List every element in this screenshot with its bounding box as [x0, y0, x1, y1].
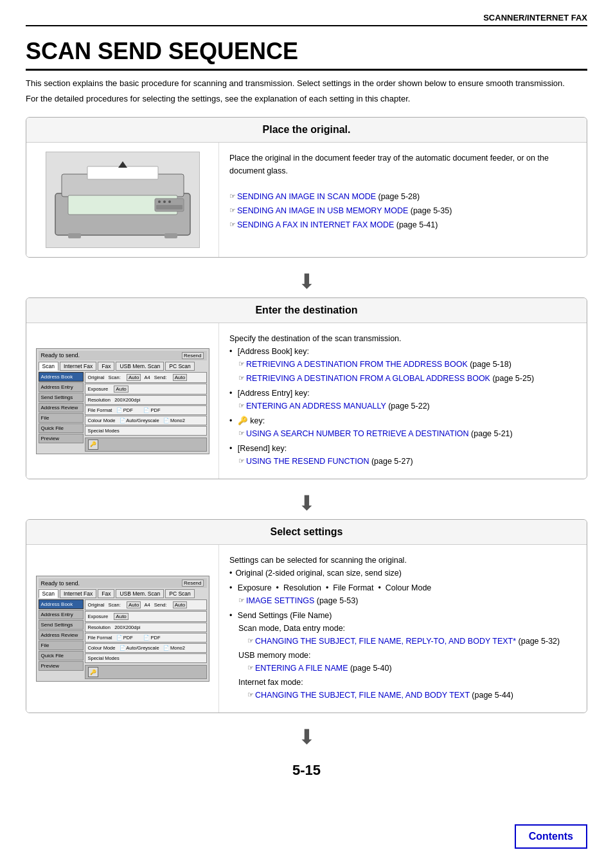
link-changing-subject-body-text[interactable]: CHANGING THE SUBJECT, FILE NAME, AND BOD… [255, 691, 470, 700]
link-retrieving-address[interactable]: RETRIEVING A DESTINATION FROM THE ADDRES… [246, 360, 468, 369]
ui-top-bar: Ready to send. Resend [39, 351, 207, 360]
tab2-pc-scan[interactable]: PC Scan [165, 589, 195, 598]
nav2-address-review[interactable]: Address Review [39, 630, 84, 640]
section-place-original: Place the original. [26, 117, 587, 258]
bullet-resend: [Resend] key: ☞ USING THE RESEND FUNCTIO… [229, 442, 576, 468]
send-settings-sub: Scan mode, Data entry mode: ☞ CHANGING T… [229, 622, 576, 702]
ref-ab2-icon: ☞ [238, 373, 245, 384]
link-global-address[interactable]: RETRIEVING A DESTINATION FROM A GLOBAL A… [246, 374, 490, 383]
preview2-icon-box[interactable]: 🔑 [88, 667, 98, 677]
ui2-top-bar: Ready to send. Resend [39, 578, 207, 588]
tab2-scan[interactable]: Scan [39, 589, 58, 598]
ui-status: Ready to send. [41, 352, 80, 359]
nav2-address-book[interactable]: Address Book [39, 599, 84, 609]
tab2-internet-fax[interactable]: Internet Fax [60, 589, 96, 598]
link-changing-subject-text[interactable]: CHANGING THE SUBJECT, FILE NAME, REPLY-T… [255, 637, 516, 646]
tab-usb-scan[interactable]: USB Mem. Scan [116, 362, 164, 371]
link-address-book-1: ☞ RETRIEVING A DESTINATION FROM THE ADDR… [238, 358, 576, 371]
section3-title: Select settings [26, 520, 587, 545]
bullet-send-settings: Send Settings (File Name) Scan mode, Dat… [229, 609, 576, 702]
link-resend: ☞ USING THE RESEND FUNCTION (page 5-27) [238, 455, 576, 468]
link-fax-mode[interactable]: SENDING A FAX IN INTERNET FAX MODE [237, 220, 394, 229]
link-entering-file-name: ☞ ENTERING A FILE NAME (page 5-40) [247, 662, 576, 675]
link-using-search-number[interactable]: USING A SEARCH NUMBER TO RETRIEVE A DEST… [246, 429, 469, 438]
nav-preview[interactable]: Preview [39, 434, 84, 443]
resend-btn-2[interactable]: Resend [182, 580, 204, 587]
link-entering-address[interactable]: ENTERING AN ADDRESS MANUALLY [246, 402, 386, 411]
setting-resolution: Resolution 200X200dpi [85, 395, 207, 405]
ref-sn-icon: ☞ [238, 428, 245, 439]
bullet-exposure: Exposure • Resolution • File Format • Co… [229, 581, 576, 607]
nav-file[interactable]: File [39, 413, 84, 423]
nav2-send-settings[interactable]: Send Settings [39, 620, 84, 630]
svg-point-7 [168, 200, 171, 203]
nav-quick-file[interactable]: Quick File [39, 423, 84, 433]
ui-panel-settings: Ready to send. Resend Scan Internet Fax … [36, 576, 209, 682]
nav2-quick-file[interactable]: Quick File [39, 651, 84, 660]
contents-button[interactable]: Contents [515, 824, 587, 849]
setting2-original: Original Scan: Auto A4 Send: Auto [85, 599, 207, 610]
link-address-entry: ☞ ENTERING AN ADDRESS MANUALLY (page 5-2… [238, 400, 576, 412]
setting2-exposure: Exposure Auto [85, 611, 207, 622]
link-changing-subject-body: ☞ CHANGING THE SUBJECT, FILE NAME, AND B… [247, 689, 576, 702]
link-image-settings-text[interactable]: IMAGE SETTINGS [246, 596, 314, 605]
ui2-body: Address Book Address Entry Send Settings… [39, 599, 207, 679]
section3-right: Settings can be selected for scanning th… [219, 545, 587, 713]
scanner-illustration [46, 152, 200, 248]
setting2-resolution: Resolution 200X200dpi [85, 623, 207, 632]
link-search-number: ☞ USING A SEARCH NUMBER TO RETRIEVE A DE… [238, 427, 576, 440]
scanner-svg [49, 155, 197, 245]
nav-address-entry[interactable]: Address Entry [39, 382, 84, 392]
usb-label: USB memory mode: [238, 649, 576, 662]
arrow-1: ⬇ [26, 269, 587, 294]
nav2-preview[interactable]: Preview [39, 661, 84, 671]
ui2-status: Ready to send. [41, 580, 80, 587]
section3-content: Ready to send. Resend Scan Internet Fax … [26, 545, 587, 713]
resend-links: ☞ USING THE RESEND FUNCTION (page 5-27) [229, 455, 576, 468]
ui-tabs: Scan Internet Fax Fax USB Mem. Scan PC S… [39, 362, 207, 371]
ref-icon-1: ☞ [229, 191, 236, 202]
usb-links: ☞ ENTERING A FILE NAME (page 5-40) [238, 662, 576, 675]
link-image-settings: ☞ IMAGE SETTINGS (page 5-53) [238, 594, 576, 607]
nav-send-settings[interactable]: Send Settings [39, 393, 84, 402]
setting-colour-mode: Colour Mode 📄 Auto/Greyscale 📄 Mono2 [85, 416, 207, 425]
section1-link3: ☞ SENDING A FAX IN INTERNET FAX MODE (pa… [229, 218, 576, 231]
setting-file-format: File Format 📄 PDF 📄 PDF [85, 405, 207, 415]
link-usb-mode[interactable]: SENDING AN IMAGE IN USB MEMORY MODE [237, 206, 408, 215]
header-title: SCANNER/INTERNET FAX [483, 13, 587, 22]
preview-icon-box[interactable]: 🔑 [88, 439, 98, 450]
ref-cs-icon: ☞ [247, 635, 254, 647]
link3-suffix: (page 5-41) [394, 220, 438, 229]
section1-link2: ☞ SENDING AN IMAGE IN USB MEMORY MODE (p… [229, 204, 576, 217]
section2-title: Enter the destination [26, 298, 587, 323]
link-address-book-2: ☞ RETRIEVING A DESTINATION FROM A GLOBAL… [238, 372, 576, 385]
ref-icon-2: ☞ [229, 205, 236, 217]
resend-btn[interactable]: Resend [182, 352, 204, 359]
link-scan-mode[interactable]: SENDING AN IMAGE IN SCAN MODE [237, 192, 376, 201]
svg-point-5 [158, 200, 161, 203]
setting2-colour-mode: Colour Mode 📄 Auto/Greyscale 📄 Mono2 [85, 643, 207, 653]
nav-address-review[interactable]: Address Review [39, 403, 84, 412]
tab-internet-fax[interactable]: Internet Fax [60, 362, 96, 371]
bullet-address-book: [Address Book] key: ☞ RETRIEVING A DESTI… [229, 345, 576, 385]
link-entering-file-name-text[interactable]: ENTERING A FILE NAME [255, 664, 348, 673]
nav-address-book[interactable]: Address Book [39, 372, 84, 382]
ref-is-icon: ☞ [238, 595, 245, 607]
section2-intro: Specify the destination of the scan tran… [229, 332, 576, 345]
link2-suffix: (page 5-35) [408, 206, 452, 215]
section1-left [26, 143, 219, 257]
tab-scan[interactable]: Scan [39, 362, 58, 371]
nav2-address-entry[interactable]: Address Entry [39, 610, 84, 619]
tab-fax[interactable]: Fax [98, 362, 114, 371]
tab-pc-scan[interactable]: PC Scan [165, 362, 195, 371]
link-using-resend[interactable]: USING THE RESEND FUNCTION [246, 457, 369, 466]
setting2-special-modes: Special Modes [85, 653, 207, 663]
ui-nav: Address Book Address Entry Send Settings… [39, 372, 84, 452]
tab2-fax[interactable]: Fax [98, 589, 114, 598]
svg-rect-3 [87, 166, 158, 179]
arrow-2: ⬇ [26, 491, 587, 515]
ref-resend-icon: ☞ [238, 456, 245, 467]
tab2-usb-scan[interactable]: USB Mem. Scan [116, 589, 164, 598]
nav2-file[interactable]: File [39, 641, 84, 650]
page-number: 5-15 [26, 762, 587, 779]
